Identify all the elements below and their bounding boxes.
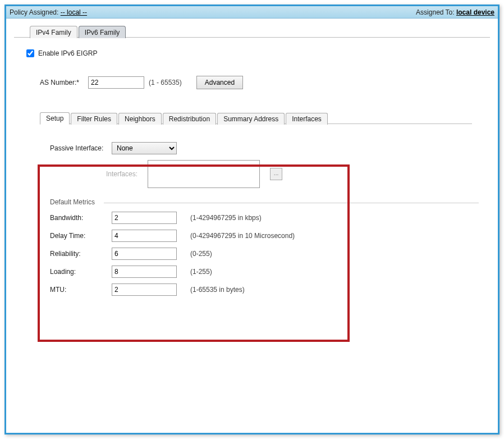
sub-tabs: Setup Filter Rules Neighbors Redistribut… [40, 112, 480, 314]
family-tabs: IPv4 Family IPv6 Family [30, 25, 490, 38]
enable-ipv6-label: Enable IPv6 EIGRP [38, 49, 97, 57]
policy-assigned-link[interactable]: -- local -- [61, 8, 87, 16]
assigned-to-link: local device [456, 8, 494, 16]
assigned-to: Assigned To: local device [416, 8, 494, 16]
bandwidth-hint: (1-4294967295 in kbps) [190, 214, 262, 222]
reliability-hint: (0-255) [190, 250, 212, 258]
loading-row: Loading: (1-255) [50, 266, 333, 278]
as-number-label: AS Number:* [40, 79, 84, 86]
assigned-to-label: Assigned To: [416, 8, 455, 16]
subtab-filter-rules[interactable]: Filter Rules [71, 113, 117, 125]
passive-interface-label: Passive Interface: [50, 144, 112, 152]
delay-time-row: Delay Time: (0-4294967295 in 10 Microsec… [50, 230, 333, 242]
content-area: IPv4 Family IPv6 Family Enable IPv6 EIGR… [6, 19, 498, 433]
subtab-interfaces[interactable]: Interfaces [286, 113, 328, 125]
bandwidth-row: Bandwidth: (1-4294967295 in kbps) [50, 212, 333, 224]
as-number-hint: (1 - 65535) [149, 79, 182, 86]
subtab-neighbors[interactable]: Neighbors [118, 113, 162, 125]
fieldset-divider [104, 203, 479, 203]
interfaces-label: Interfaces: [106, 170, 138, 178]
interfaces-browse-button[interactable]: ... [270, 168, 282, 180]
as-number-row: AS Number:* (1 - 65535) Advanced [40, 76, 480, 89]
loading-label: Loading: [50, 268, 112, 276]
delay-time-input[interactable] [112, 230, 177, 242]
mtu-label: MTU: [50, 286, 112, 294]
interfaces-row: Interfaces: ... [106, 160, 333, 188]
subtab-redistribution[interactable]: Redistribution [163, 113, 216, 125]
tab-ipv4-family[interactable]: IPv4 Family [30, 26, 77, 38]
setup-panel: Passive Interface: None Interfaces: ... … [40, 132, 343, 314]
window-frame: Policy Assigned: -- local -- Assigned To… [4, 4, 500, 435]
subtab-summary-address[interactable]: Summary Address [217, 113, 285, 125]
reliability-row: Reliability: (0-255) [50, 248, 333, 260]
tab-ipv6-family[interactable]: IPv6 Family [79, 26, 126, 38]
bandwidth-label: Bandwidth: [50, 214, 112, 222]
advanced-button[interactable]: Advanced [196, 76, 243, 89]
passive-interface-row: Passive Interface: None [50, 142, 333, 154]
as-number-input[interactable] [88, 76, 144, 89]
mtu-input[interactable] [112, 283, 177, 296]
mtu-row: MTU: (1-65535 in bytes) [50, 283, 333, 296]
enable-ipv6-row: Enable IPv6 EIGRP [24, 48, 480, 59]
delay-time-hint: (0-4294967295 in 10 Microsecond) [190, 232, 295, 240]
default-metrics-title: Default Metrics [50, 198, 333, 206]
delay-time-label: Delay Time: [50, 232, 112, 240]
interfaces-list[interactable] [148, 160, 260, 188]
loading-hint: (1-255) [190, 268, 212, 276]
ipv6-panel: Enable IPv6 EIGRP AS Number:* (1 - 65535… [14, 38, 490, 415]
passive-interface-select[interactable]: None [112, 142, 177, 154]
titlebar: Policy Assigned: -- local -- Assigned To… [6, 6, 498, 19]
mtu-hint: (1-65535 in bytes) [190, 286, 245, 294]
reliability-label: Reliability: [50, 250, 112, 258]
loading-input[interactable] [112, 266, 177, 278]
policy-assigned-label: Policy Assigned: [10, 8, 58, 16]
enable-ipv6-checkbox[interactable] [26, 49, 34, 57]
reliability-input[interactable] [112, 248, 177, 260]
bandwidth-input[interactable] [112, 212, 177, 224]
policy-assigned: Policy Assigned: -- local -- [10, 8, 87, 16]
subtab-setup[interactable]: Setup [40, 112, 70, 125]
